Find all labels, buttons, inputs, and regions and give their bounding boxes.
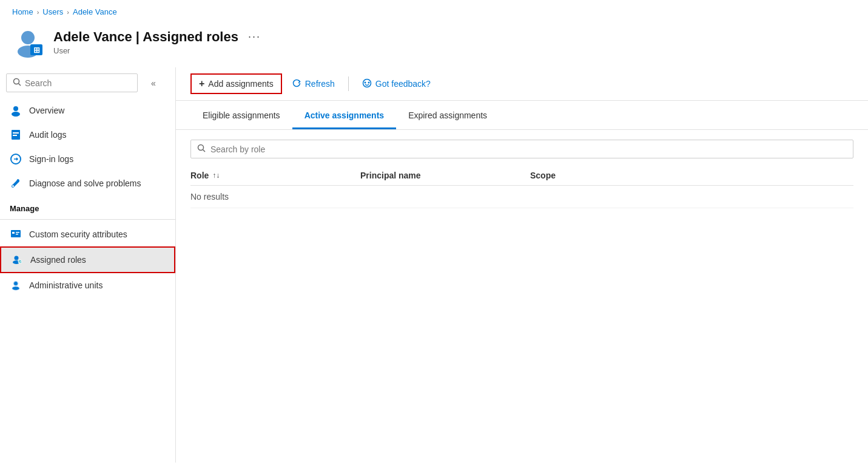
breadcrumb-current: Adele Vance [73,7,117,16]
sidebar: « Overview Audit logs [0,67,176,463]
breadcrumb-sep-2: › [67,8,69,16]
toolbar-separator [348,76,349,91]
main-layout: « Overview Audit logs [0,67,868,463]
svg-point-25 [198,145,204,151]
svg-point-23 [364,81,366,83]
search-icon [13,78,21,88]
breadcrumb-sep-1: › [37,8,39,16]
manage-section-label: Manage [0,195,175,217]
sidebar-item-overview[interactable]: Overview [0,98,175,123]
svg-point-19 [18,260,22,263]
table-empty-row: No results [190,186,853,208]
col-header-scope: Scope [530,171,853,180]
add-assignments-button[interactable]: + Add assignments [190,73,282,94]
svg-point-24 [368,81,369,83]
refresh-icon [292,78,301,90]
svg-point-20 [14,282,18,286]
plus-icon: + [199,78,204,89]
page-subtitle: User [53,46,264,55]
sidebar-item-overview-label: Overview [29,106,64,115]
sidebar-item-assigned-roles[interactable]: Assigned roles [0,246,175,273]
refresh-button[interactable]: Refresh [284,75,342,93]
svg-rect-16 [16,234,18,235]
svg-point-21 [12,287,19,290]
page-header: ⊞ Adele Vance | Assigned roles ··· User [0,21,868,67]
svg-point-7 [12,112,20,117]
table-area: Role ↑↓ Principal name Scope No results [176,130,868,463]
svg-point-6 [13,106,18,111]
svg-rect-10 [13,135,17,136]
content-area: + Add assignments Refresh [176,67,868,463]
svg-point-4 [14,79,19,84]
tab-expired[interactable]: Expired assignments [396,103,499,129]
sort-icon[interactable]: ↑↓ [212,171,220,180]
toolbar: + Add assignments Refresh [176,67,868,101]
breadcrumb-home[interactable]: Home [12,7,33,16]
sidebar-item-custom-security[interactable]: Custom security attributes [0,222,175,246]
svg-point-12 [12,185,14,187]
tab-eligible[interactable]: Eligible assignments [190,103,292,129]
more-options-button[interactable]: ··· [244,29,264,44]
svg-point-17 [15,256,19,260]
sidebar-item-diagnose[interactable]: Diagnose and solve problems [0,171,175,195]
collapse-button[interactable]: « [146,76,161,90]
feedback-icon [362,78,372,90]
admin-icon [10,279,22,291]
role-search-input[interactable] [210,144,847,154]
sidebar-item-assigned-roles-label: Assigned roles [30,255,86,265]
nav-divider [0,219,175,220]
tab-active[interactable]: Active assignments [292,103,397,129]
role-search-box[interactable] [190,140,853,158]
search-row: « [0,67,175,98]
svg-rect-15 [16,232,19,233]
svg-point-22 [363,79,371,87]
roles-icon [11,254,23,266]
feedback-button[interactable]: Got feedback? [355,75,438,93]
audit-icon [10,129,22,141]
sidebar-item-audit-logs-label: Audit logs [29,130,66,140]
tabs: Eligible assignments Active assignments … [176,103,868,130]
sidebar-search-box[interactable] [6,73,138,92]
sidebar-item-custom-security-label: Custom security attributes [29,229,127,239]
page-title-group: Adele Vance | Assigned roles ··· User [53,29,264,55]
wrench-icon [10,177,22,189]
sidebar-item-admin-units-label: Administrative units [29,280,103,290]
svg-rect-9 [13,132,19,134]
table-header: Role ↑↓ Principal name Scope [190,166,853,186]
signin-icon [10,153,22,165]
avatar: ⊞ [12,26,44,58]
col-header-principal: Principal name [360,171,530,180]
breadcrumb: Home › Users › Adele Vance [0,0,868,21]
sidebar-item-admin-units[interactable]: Administrative units [0,273,175,297]
security-icon [10,228,22,240]
breadcrumb-users[interactable]: Users [42,7,63,16]
user-icon [10,104,22,117]
svg-rect-14 [12,232,15,234]
sidebar-item-audit-logs[interactable]: Audit logs [0,123,175,147]
role-search-icon [197,144,206,154]
search-input[interactable] [25,78,131,88]
svg-line-26 [203,150,206,152]
sidebar-item-diagnose-label: Diagnose and solve problems [29,178,141,188]
col-header-role: Role ↑↓ [190,171,360,180]
svg-line-5 [19,84,21,86]
svg-point-0 [21,31,35,44]
page-title: Adele Vance | Assigned roles ··· [53,29,264,45]
sidebar-item-signin-logs-label: Sign-in logs [29,154,73,164]
sidebar-item-signin-logs[interactable]: Sign-in logs [0,147,175,171]
svg-text:⊞: ⊞ [33,46,40,55]
